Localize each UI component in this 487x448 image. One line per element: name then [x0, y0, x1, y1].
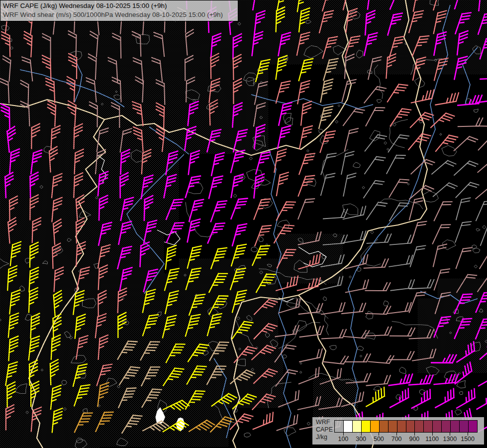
legend-swatch — [389, 421, 397, 432]
legend-swatch — [406, 421, 415, 432]
legend-swatch — [469, 421, 477, 432]
legend-title-line: J/kg — [316, 434, 333, 441]
legend-title-line: WRF — [316, 419, 333, 426]
legend-swatch — [442, 421, 451, 432]
legend-tick — [396, 432, 397, 436]
legend-tick — [343, 432, 344, 436]
legend-swatch — [335, 421, 344, 432]
legend-color-strip — [334, 420, 478, 433]
legend-swatch — [460, 421, 469, 432]
legend-swatch — [380, 421, 389, 432]
title-box: WRF CAPE (J/kg) Wednesday 08-10-2025 15:… — [0, 0, 238, 21]
legend-tick — [432, 432, 433, 436]
title-cape: WRF CAPE (J/kg) Wednesday 08-10-2025 15:… — [3, 1, 235, 10]
legend-swatch — [371, 421, 380, 432]
legend-title-line: CAPE — [316, 426, 333, 434]
legend-swatch — [415, 421, 424, 432]
legend-tick — [450, 432, 450, 436]
legend-swatch — [397, 421, 406, 432]
weather-map-canvas — [0, 0, 487, 448]
legend-title: WRF CAPE J/kg — [316, 419, 333, 441]
legend-tick — [361, 432, 362, 436]
legend-swatch — [353, 421, 362, 432]
legend-swatch — [424, 421, 433, 432]
title-wind-shear: WRF Wind shear (m/s) 500/1000hPa Wednesd… — [3, 10, 235, 19]
cape-legend: WRF CAPE J/kg 10030050070090011001300150… — [312, 417, 484, 445]
legend-tick-label: 1500 — [457, 436, 479, 443]
legend-swatch — [344, 421, 353, 432]
legend-tick — [468, 432, 468, 436]
legend-swatch — [433, 421, 442, 432]
legend-swatch — [362, 421, 371, 432]
legend-tick — [414, 432, 415, 436]
wrf-forecast-map-app: WRF CAPE (J/kg) Wednesday 08-10-2025 15:… — [0, 0, 487, 448]
legend-swatch — [451, 421, 460, 432]
legend-tick — [379, 432, 379, 436]
